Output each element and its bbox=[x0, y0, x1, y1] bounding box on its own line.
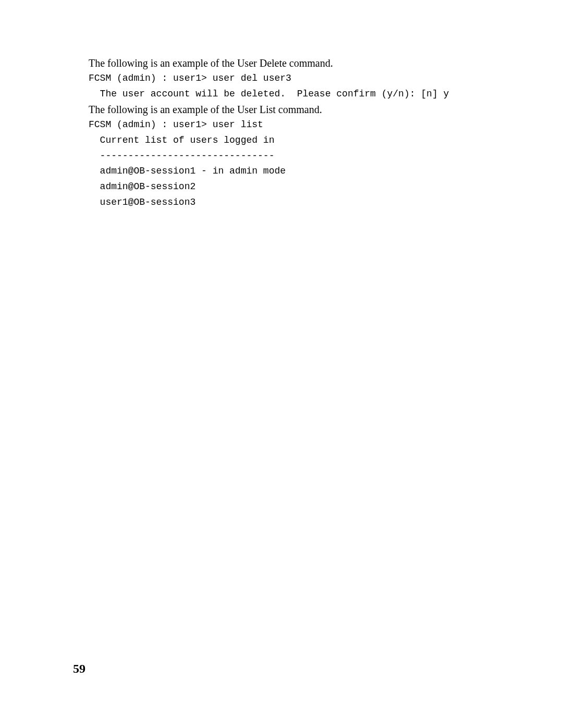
document-page: The following is an example of the User … bbox=[0, 0, 563, 728]
code-line: admin@OB-session1 - in admin mode bbox=[89, 164, 490, 179]
paragraph: The following is an example of the User … bbox=[89, 56, 490, 70]
code-line: user1@OB-session3 bbox=[89, 195, 490, 210]
code-line: FCSM (admin) : user1> user list bbox=[89, 118, 490, 132]
page-number: 59 bbox=[73, 662, 85, 676]
code-line: admin@OB-session2 bbox=[89, 180, 490, 194]
paragraph: The following is an example of the User … bbox=[89, 103, 490, 117]
content-block: The following is an example of the User … bbox=[89, 56, 490, 210]
code-line: Current list of users logged in bbox=[89, 133, 490, 148]
code-line: FCSM (admin) : user1> user del user3 bbox=[89, 71, 490, 86]
code-line: The user account will be deleted. Please… bbox=[89, 87, 490, 102]
code-line: ------------------------------- bbox=[89, 149, 490, 164]
